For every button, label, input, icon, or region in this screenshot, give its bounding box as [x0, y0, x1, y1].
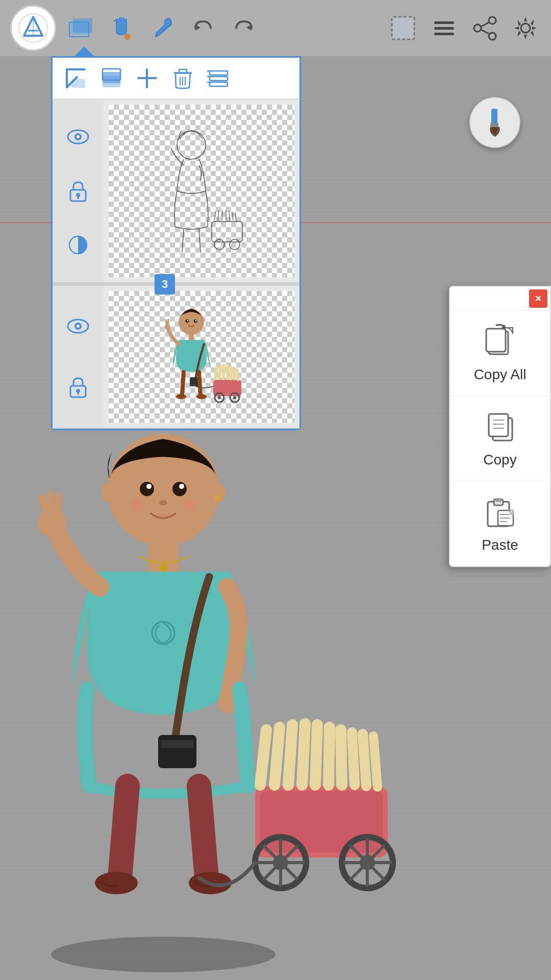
layer-1-controls	[53, 100, 104, 282]
svg-point-47	[214, 239, 224, 250]
context-menu: × Copy All	[449, 286, 551, 567]
svg-line-107	[50, 494, 52, 509]
svg-point-93	[140, 482, 154, 496]
svg-marker-10	[246, 24, 252, 31]
svg-point-94	[172, 482, 187, 496]
svg-point-66	[195, 320, 196, 321]
svg-point-97	[149, 484, 152, 487]
svg-rect-23	[103, 72, 120, 83]
layer-2-controls	[53, 286, 104, 428]
svg-rect-21	[72, 80, 85, 87]
layers-stack-icon[interactable]	[98, 65, 124, 91]
menu-button[interactable]	[429, 13, 459, 43]
list-view-button[interactable]	[206, 65, 231, 91]
layer-2-lock-button[interactable]	[65, 375, 91, 400]
panel-header	[53, 58, 299, 100]
svg-line-55	[235, 213, 236, 222]
paste-icon	[484, 494, 517, 532]
svg-line-18	[481, 22, 489, 27]
panel-pointer	[73, 46, 95, 58]
svg-rect-34	[210, 82, 228, 86]
svg-point-65	[187, 320, 188, 321]
svg-rect-32	[210, 71, 228, 75]
layer-1-opacity-button[interactable]	[65, 232, 91, 258]
svg-point-78	[233, 396, 236, 399]
delete-layer-button[interactable]	[170, 65, 195, 91]
svg-line-84	[234, 368, 235, 379]
copy-all-icon	[484, 324, 517, 361]
svg-point-16	[489, 33, 496, 40]
svg-line-81	[223, 365, 224, 379]
context-menu-header: ×	[450, 287, 550, 311]
svg-point-64	[194, 320, 197, 323]
svg-line-127	[260, 730, 266, 785]
undo-button[interactable]	[189, 14, 217, 42]
svg-line-135	[363, 734, 366, 786]
svg-rect-141	[489, 414, 508, 436]
svg-line-79	[215, 367, 217, 379]
share-button[interactable]	[469, 13, 500, 43]
svg-line-49	[214, 211, 216, 220]
add-layer-button[interactable]	[134, 65, 160, 91]
svg-point-60	[76, 389, 80, 393]
selection-button[interactable]	[388, 13, 418, 43]
svg-line-53	[229, 211, 230, 220]
paste-label: Paste	[482, 537, 518, 553]
svg-point-63	[186, 320, 189, 323]
svg-point-99	[159, 500, 167, 505]
svg-rect-14	[434, 33, 454, 35]
toolbar-right	[388, 13, 541, 43]
svg-marker-9	[195, 24, 201, 31]
context-menu-close-button[interactable]: ×	[529, 289, 547, 308]
svg-line-85	[237, 370, 238, 380]
svg-rect-28	[179, 69, 187, 73]
brush-button[interactable]	[469, 97, 520, 148]
eyedropper-button[interactable]	[148, 14, 176, 42]
copy-menu-item[interactable]: Copy	[450, 396, 550, 481]
app-logo[interactable]	[10, 5, 56, 51]
layer-1-thumbnail[interactable]	[109, 105, 294, 277]
layer-item-1[interactable]	[53, 100, 299, 283]
layer-1-lock-button[interactable]	[65, 178, 91, 204]
layer-2-visibility-button[interactable]	[65, 314, 91, 339]
layer-2-thumbnail[interactable]	[109, 291, 294, 423]
svg-rect-110	[161, 740, 194, 748]
paint-bucket-button[interactable]	[107, 14, 135, 42]
svg-line-83	[231, 367, 231, 379]
layer-1-visibility-button[interactable]	[65, 124, 91, 150]
svg-point-101	[183, 499, 195, 511]
layers-tool-button[interactable]	[66, 14, 94, 42]
svg-line-54	[232, 212, 233, 220]
svg-rect-33	[210, 77, 228, 81]
svg-line-106	[42, 498, 46, 511]
svg-point-48	[230, 239, 240, 250]
svg-rect-87	[490, 123, 498, 127]
svg-line-108	[58, 495, 59, 510]
copy-all-menu-item[interactable]: Copy All	[450, 311, 550, 396]
svg-line-129	[288, 725, 292, 785]
svg-point-77	[218, 396, 221, 399]
svg-point-90	[101, 482, 116, 503]
svg-point-15	[489, 17, 496, 24]
layer-badge: 3	[155, 274, 175, 295]
svg-point-58	[77, 325, 80, 328]
svg-point-98	[182, 484, 184, 487]
layer-item-2[interactable]	[53, 286, 299, 429]
paste-menu-item[interactable]: Paste	[450, 481, 550, 566]
svg-line-70	[167, 320, 168, 325]
settings-button[interactable]	[510, 13, 541, 43]
corner-icon[interactable]	[63, 65, 88, 91]
svg-rect-5	[119, 17, 124, 21]
svg-rect-86	[491, 109, 497, 124]
svg-rect-13	[434, 27, 454, 30]
layer-panel: 3	[51, 56, 301, 430]
copy-label: Copy	[483, 452, 516, 468]
svg-line-134	[352, 732, 355, 785]
redo-button[interactable]	[230, 14, 258, 42]
svg-point-20	[521, 23, 530, 33]
layer-separator: 3	[53, 283, 299, 286]
svg-rect-109	[158, 735, 196, 768]
svg-point-100	[132, 499, 144, 511]
svg-rect-11	[392, 17, 414, 39]
svg-point-45	[177, 131, 206, 159]
